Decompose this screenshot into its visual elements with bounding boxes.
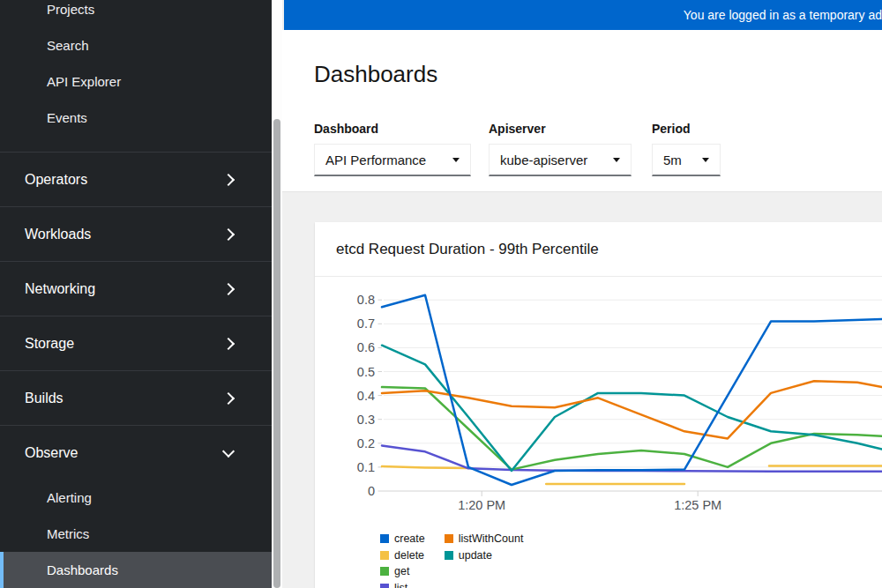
- period-select-value: 5m: [663, 153, 682, 167]
- apiserver-filter: Apiserver kube-apiserver: [489, 122, 632, 176]
- sidebar-item-label: Metrics: [47, 526, 89, 541]
- sidebar-item-api-explorer[interactable]: API Explorer: [0, 63, 272, 100]
- sidebar-item-networking[interactable]: Networking: [0, 261, 272, 316]
- sidebar-section-label: Workloads: [25, 227, 91, 242]
- apiserver-filter-label: Apiserver: [489, 122, 632, 136]
- sidebar-item-observe[interactable]: Observe: [0, 425, 272, 480]
- period-filter-label: Period: [652, 122, 721, 136]
- sidebar-item-label: Events: [47, 110, 87, 125]
- y-axis-tick-label: 0.3: [357, 413, 375, 427]
- chart-line-delete: [382, 466, 468, 468]
- legend-swatch: [380, 534, 389, 543]
- caret-down-icon: [452, 158, 460, 162]
- x-axis-tick-label: 1:25 PM: [674, 498, 721, 512]
- chevron-right-icon: [222, 173, 235, 185]
- y-axis-tick-label: 0.4: [357, 389, 375, 403]
- legend-item-update[interactable]: update: [445, 549, 524, 562]
- legend-swatch: [445, 551, 453, 560]
- sidebar-item-events[interactable]: Events: [0, 100, 272, 136]
- chevron-right-icon: [222, 282, 235, 294]
- legend-swatch: [445, 534, 453, 543]
- period-select[interactable]: 5m: [652, 144, 721, 176]
- apiserver-select-value: kube-apiserver: [500, 153, 587, 167]
- sidebar-item-dashboards[interactable]: Dashboards: [0, 552, 272, 588]
- etcd-request-duration-card: etcd Request Duration - 99th Percentile …: [315, 222, 882, 588]
- legend-item-delete[interactable]: delete: [380, 549, 425, 562]
- sidebar-item-label: Dashboards: [47, 562, 118, 577]
- sidebar-section-label: Networking: [25, 281, 95, 297]
- y-axis-tick-label: 0.7: [357, 316, 375, 331]
- legend-swatch: [380, 567, 389, 576]
- legend-item-listWithCount[interactable]: listWithCount: [445, 532, 524, 545]
- chart-card-title: etcd Request Duration - 99th Percentile: [315, 222, 882, 277]
- dashboard-filter: Dashboard API Performance: [314, 122, 471, 176]
- page-title: Dashboards: [314, 61, 437, 87]
- sidebar-item-label: API Explorer: [47, 74, 121, 89]
- sidebar-item-search[interactable]: Search: [0, 27, 272, 63]
- chevron-right-icon: [222, 227, 235, 240]
- chevron-right-icon: [222, 337, 235, 349]
- sidebar-item-projects[interactable]: Projects: [0, 0, 272, 27]
- chart-line-get: [382, 387, 882, 469]
- sidebar-observe-sublist: Alerting Metrics Dashboards: [0, 480, 272, 588]
- period-filter: Period 5m: [652, 122, 721, 176]
- sidebar-nav: Projects Search API Explorer Events Oper…: [0, 0, 272, 588]
- sidebar-home-sublist: Projects Search API Explorer Events: [0, 0, 272, 136]
- dashboard-select[interactable]: API Performance: [314, 144, 471, 176]
- nav-scrollbar-track[interactable]: [272, 0, 282, 588]
- legend-swatch: [380, 584, 389, 588]
- caret-down-icon: [702, 158, 709, 162]
- dashboard-select-value: API Performance: [325, 153, 426, 167]
- main-content: You are logged in as a temporary ad Dash…: [282, 0, 882, 588]
- sidebar-item-storage[interactable]: Storage: [0, 316, 272, 370]
- sidebar-item-builds[interactable]: Builds: [0, 370, 272, 425]
- legend-swatch: [380, 551, 389, 560]
- legend-item-list[interactable]: list: [380, 582, 425, 588]
- chart-legend: create delete get list listWithCount upd…: [380, 531, 523, 588]
- legend-label: delete: [394, 549, 424, 562]
- chart-svg: 00.10.20.30.40.50.60.70.81:20 PM1:25 PM: [315, 287, 882, 516]
- temporary-admin-banner: You are logged in as a temporary ad: [284, 0, 882, 30]
- legend-label: update: [459, 549, 492, 562]
- sidebar-section-label: Storage: [25, 336, 74, 352]
- y-axis-tick-label: 0: [368, 484, 375, 498]
- legend-label: get: [394, 565, 409, 577]
- chart-line-listWithCount: [382, 381, 882, 438]
- legend-label: list: [394, 582, 407, 588]
- y-axis-tick-label: 0.6: [357, 340, 375, 354]
- sidebar-section-label: Operators: [25, 172, 87, 188]
- sidebar-item-label: Alerting: [47, 490, 92, 505]
- legend-item-get[interactable]: get: [380, 565, 425, 577]
- sidebar-item-label: Search: [47, 38, 89, 53]
- sidebar-item-alerting[interactable]: Alerting: [0, 480, 272, 516]
- y-axis-tick-label: 0.8: [357, 293, 375, 307]
- nav-scrollbar-thumb[interactable]: [273, 119, 280, 588]
- banner-text: You are logged in as a temporary ad: [684, 8, 882, 22]
- sidebar-item-label: Projects: [47, 2, 94, 17]
- x-axis-tick-label: 1:20 PM: [458, 498, 505, 512]
- apiserver-select[interactable]: kube-apiserver: [489, 144, 632, 176]
- sidebar-item-operators[interactable]: Operators: [0, 152, 272, 206]
- sidebar-item-workloads[interactable]: Workloads: [0, 206, 272, 261]
- chevron-down-icon: [222, 444, 235, 457]
- caret-down-icon: [613, 158, 620, 162]
- sidebar-sections: Operators Workloads Networking Storage B…: [0, 152, 272, 480]
- y-axis-tick-label: 0.1: [357, 460, 375, 474]
- chevron-right-icon: [222, 391, 235, 404]
- dashboard-filter-label: Dashboard: [314, 122, 471, 136]
- y-axis-tick-label: 0.2: [357, 436, 375, 450]
- sidebar-item-metrics[interactable]: Metrics: [0, 516, 272, 552]
- legend-item-create[interactable]: create: [380, 532, 425, 545]
- y-axis-tick-label: 0.5: [357, 365, 375, 379]
- sidebar-section-label: Observe: [25, 445, 78, 461]
- sidebar-section-label: Builds: [25, 391, 64, 406]
- page-header: Dashboards Dashboard API Performance Api…: [282, 30, 882, 192]
- legend-label: listWithCount: [459, 532, 524, 545]
- legend-label: create: [394, 532, 425, 545]
